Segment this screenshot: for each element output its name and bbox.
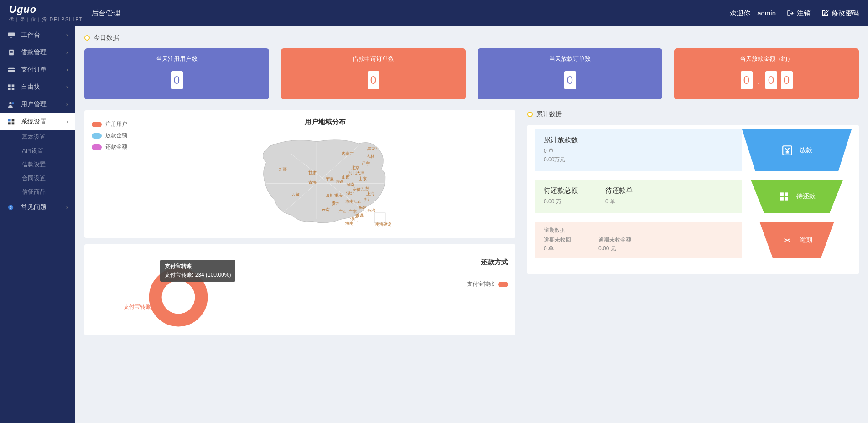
svg-text:新疆: 新疆 bbox=[279, 167, 287, 172]
stat-value: 0 bbox=[478, 71, 662, 89]
sidebar-sub-loan[interactable]: 借款设置 bbox=[0, 158, 75, 171]
stat-card: 借款申请订单数0 bbox=[281, 48, 466, 99]
sidebar-sub-api[interactable]: API设置 bbox=[0, 144, 75, 158]
sidebar-item-settings[interactable]: 系统设置 › bbox=[0, 113, 75, 130]
funnel-col-title: 逾期未收回 bbox=[544, 236, 571, 244]
legend-item[interactable]: 放款金额 bbox=[92, 132, 142, 139]
sidebar-item-loan[interactable]: 借款管理 › bbox=[0, 44, 75, 61]
tooltip-value: 支付宝转账: 234 (100.00%) bbox=[165, 271, 231, 279]
funnel-row: 累计放款数0 单0.00万元放款 bbox=[535, 129, 852, 171]
sidebar-item-label: 支付订单 bbox=[21, 66, 66, 74]
funnel-col-value: 0 单 bbox=[544, 245, 571, 253]
pie-legend-item[interactable]: 支付宝转账 bbox=[444, 280, 508, 288]
legend-label: 放款金额 bbox=[105, 132, 127, 139]
funnel-col-value: 0.00万元 bbox=[544, 156, 578, 164]
chevron-right-icon: › bbox=[66, 67, 68, 73]
help-icon: ? bbox=[7, 204, 16, 211]
users-icon bbox=[7, 101, 16, 108]
logout-button[interactable]: 注销 bbox=[787, 9, 811, 18]
sidebar-sub-contract[interactable]: 合同设置 bbox=[0, 171, 75, 185]
legend-pill-icon bbox=[498, 282, 508, 287]
svg-rect-10 bbox=[12, 88, 15, 90]
sidebar-item-freeblock[interactable]: 自由块 › bbox=[0, 78, 75, 96]
grid2-icon bbox=[7, 119, 16, 125]
legend-label: 注册用户 bbox=[105, 120, 127, 128]
svg-text:南海诸岛: 南海诸岛 bbox=[375, 222, 392, 227]
cumulative-panel: 累计放款数0 单0.00万元放款待还款总额0.00 万待还款单0 单待还款逾期数… bbox=[527, 125, 859, 274]
dot-icon bbox=[527, 112, 533, 117]
svg-rect-14 bbox=[12, 119, 15, 121]
svg-rect-15 bbox=[8, 122, 11, 124]
svg-text:山东: 山东 bbox=[359, 176, 367, 181]
change-password-label: 修改密码 bbox=[832, 9, 859, 18]
sidebar-sub-credit[interactable]: 信征商品 bbox=[0, 185, 75, 199]
dot-icon bbox=[84, 35, 90, 41]
grid-icon bbox=[7, 84, 16, 90]
svg-text:天津: 天津 bbox=[356, 170, 364, 175]
stat-card: 当天放款订单数0 bbox=[478, 48, 662, 99]
stat-row: 当天注册用户数0借款申请订单数0当天放款订单数0当天放款金额（约）0.00 bbox=[84, 48, 859, 99]
legend-pill-icon bbox=[92, 144, 102, 150]
stat-card: 当天放款金额（约）0.00 bbox=[674, 48, 859, 99]
sidebar-item-label: 工作台 bbox=[21, 31, 66, 39]
svg-rect-8 bbox=[12, 84, 15, 87]
stat-title: 当天注册用户数 bbox=[84, 55, 269, 63]
legend-item[interactable]: 还款金额 bbox=[92, 143, 142, 151]
sidebar-item-workbench[interactable]: 工作台 › bbox=[0, 26, 75, 44]
svg-text:河南: 河南 bbox=[346, 182, 354, 187]
pie-legend-label: 支付宝转账 bbox=[467, 280, 494, 288]
sidebar-item-payment[interactable]: 支付订单 › bbox=[0, 61, 75, 78]
svg-text:内蒙古: 内蒙古 bbox=[342, 151, 354, 156]
svg-text:吉林: 吉林 bbox=[366, 154, 374, 159]
svg-point-12 bbox=[12, 102, 14, 104]
china-map[interactable]: 黑龙江 吉林 辽宁 内蒙古 北京 天津 河北 山西 山东 河南 陕西 宁夏 bbox=[142, 129, 508, 234]
svg-rect-1 bbox=[10, 37, 12, 37]
funnel-col-title: 待还款总额 bbox=[544, 186, 578, 195]
chevron-right-icon: › bbox=[66, 84, 68, 90]
logo: Uguo 优｜果｜信｜贷 DELPSHIFT 后台管理 bbox=[9, 4, 120, 23]
svg-text:北京: 北京 bbox=[351, 165, 359, 170]
logout-icon bbox=[787, 10, 794, 17]
pie-tooltip: 支付宝转账 支付宝转账: 234 (100.00%) bbox=[160, 260, 235, 282]
svg-rect-59 bbox=[780, 197, 784, 201]
legend-item[interactable]: 注册用户 bbox=[92, 120, 142, 128]
funnel-left: 累计放款数0 单0.00万元 bbox=[535, 129, 742, 171]
sidebar-item-faq[interactable]: ? 常见问题 › bbox=[0, 199, 75, 216]
chevron-right-icon: › bbox=[66, 32, 68, 38]
grid-icon bbox=[778, 191, 790, 202]
doc-icon bbox=[7, 49, 16, 56]
pie-label-line bbox=[150, 308, 166, 308]
svg-text:贵州: 贵州 bbox=[332, 201, 340, 206]
legend-pill-icon bbox=[92, 122, 102, 127]
pie-panel: 支付宝转账 支付宝转账: 234 (100.00%) 支付宝转账 还款方式 支付… bbox=[84, 244, 515, 335]
sidebar-item-users[interactable]: 用户管理 › bbox=[0, 96, 75, 113]
change-password-button[interactable]: 修改密码 bbox=[821, 9, 859, 18]
stat-value: 0.00 bbox=[674, 71, 859, 89]
svg-rect-60 bbox=[785, 197, 788, 201]
svg-text:安徽: 安徽 bbox=[353, 187, 361, 192]
svg-text:黑龙江: 黑龙江 bbox=[367, 146, 379, 151]
svg-text:浙江: 浙江 bbox=[364, 197, 372, 202]
funnel-right-label: 放款 bbox=[800, 146, 812, 155]
svg-rect-7 bbox=[8, 84, 11, 87]
logout-label: 注销 bbox=[797, 9, 811, 18]
stamp-icon bbox=[781, 234, 793, 246]
svg-text:澳门: 澳门 bbox=[350, 217, 359, 222]
stat-card: 当天注册用户数0 bbox=[84, 48, 269, 99]
svg-text:云南: 云南 bbox=[322, 207, 330, 212]
svg-text:海南: 海南 bbox=[345, 221, 353, 226]
funnel-right: 待还款 bbox=[742, 180, 852, 213]
sidebar-item-label: 系统设置 bbox=[21, 118, 66, 126]
legend-label: 还款金额 bbox=[105, 143, 127, 151]
tooltip-title: 支付宝转账 bbox=[165, 263, 231, 270]
funnel-left: 待还款总额0.00 万待还款单0 单 bbox=[535, 180, 742, 213]
svg-text:重庆: 重庆 bbox=[334, 193, 343, 198]
svg-text:?: ? bbox=[10, 206, 11, 210]
funnel-row: 待还款总额0.00 万待还款单0 单待还款 bbox=[535, 180, 852, 213]
sidebar-sub-basic[interactable]: 基本设置 bbox=[0, 130, 75, 144]
sidebar-item-label: 用户管理 bbox=[21, 100, 66, 108]
svg-text:辽宁: 辽宁 bbox=[362, 161, 370, 166]
svg-rect-13 bbox=[8, 119, 11, 121]
chevron-right-icon: › bbox=[66, 49, 68, 56]
logo-main: Uguo bbox=[9, 4, 83, 15]
